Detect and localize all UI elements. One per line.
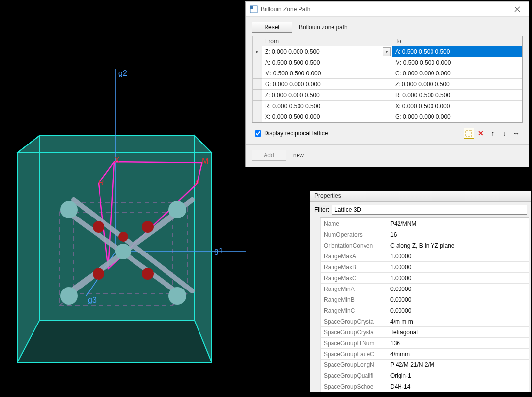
property-value[interactable]: 1.00000 [387, 251, 529, 262]
svg-point-25 [142, 268, 154, 280]
svg-marker-2 [17, 136, 212, 153]
add-button[interactable]: Add [252, 150, 286, 161]
property-row[interactable]: RangeMaxB1.00000 [321, 262, 529, 273]
property-row[interactable]: NumOperators16 [321, 229, 529, 240]
property-key: OrientationConven [321, 240, 387, 251]
dialog-title: Brillouin Zone Path [261, 6, 510, 13]
property-value[interactable]: 4/m m m [387, 316, 529, 327]
svg-rect-31 [466, 130, 472, 136]
property-key: Name [321, 218, 387, 229]
svg-point-20 [168, 287, 186, 305]
to-cell[interactable]: G: 0.000 0.000 0.000 [392, 68, 522, 79]
table-row[interactable]: M: 0.500 0.500 0.000G: 0.000 0.000 0.000 [253, 68, 522, 79]
property-value[interactable]: 1.00000 [387, 262, 529, 273]
table-row[interactable]: Z: 0.000 0.000 0.500R: 0.000 0.500 0.500 [253, 90, 522, 101]
move-up-icon[interactable]: ↑ [487, 128, 498, 139]
table-row[interactable]: ▸Z: 0.000 0.000 0.500▾A: 0.500 0.500 0.5… [253, 46, 522, 57]
property-value[interactable]: D4H-14 [387, 381, 529, 392]
property-row[interactable]: RangeMaxC1.00000 [321, 273, 529, 284]
svg-point-23 [142, 221, 154, 233]
svg-point-17 [60, 201, 78, 218]
property-row[interactable]: SpaceGroupITNum136 [321, 338, 529, 349]
property-value[interactable]: 0.00000 [387, 294, 529, 305]
property-row[interactable]: SpaceGroupSchoeD4H-14 [321, 381, 529, 392]
to-cell[interactable]: R: 0.000 0.500 0.500 [392, 90, 522, 101]
property-value[interactable]: 0.00000 [387, 305, 529, 316]
property-row[interactable]: SpaceGroupLongNP 42/M 21/N 2/M [321, 360, 529, 370]
row-marker [253, 68, 262, 79]
axis-label-g1: g1 [214, 247, 223, 255]
property-value[interactable]: P42/MNM [387, 218, 529, 229]
property-row[interactable]: RangeMinC0.00000 [321, 305, 529, 316]
property-value[interactable]: C along Z, B in YZ plane [387, 240, 529, 251]
to-cell[interactable]: A: 0.500 0.500 0.500 [392, 46, 522, 57]
property-value[interactable]: Origin-1 [387, 370, 529, 381]
property-key: NumOperators [321, 229, 387, 240]
bz-point-a: A [195, 179, 200, 187]
select-icon[interactable] [464, 128, 474, 139]
to-cell[interactable]: M: 0.500 0.500 0.000 [392, 57, 522, 68]
viewport-3d[interactable]: g2 g1 g3 X M R A [0, 0, 246, 397]
property-value[interactable]: 1.00000 [387, 273, 529, 284]
property-value[interactable]: Tetragonal [387, 327, 529, 338]
property-row[interactable]: RangeMinB0.00000 [321, 294, 529, 305]
property-value[interactable]: 4/mmm [387, 349, 529, 360]
svg-rect-28 [250, 6, 253, 9]
filter-input[interactable] [332, 205, 527, 215]
property-row[interactable]: OrientationConvenC along Z, B in YZ plan… [321, 240, 529, 251]
property-key: RangeMinC [321, 305, 387, 316]
dialog-titlebar[interactable]: Brillouin Zone Path [246, 2, 529, 17]
reset-button[interactable]: Reset [252, 22, 292, 33]
display-reciprocal-checkbox[interactable] [255, 130, 261, 137]
svg-point-19 [60, 287, 78, 305]
property-row[interactable]: SpaceGroupCrysta4/m m m [321, 316, 529, 327]
property-value[interactable]: 16 [387, 229, 529, 240]
delete-icon[interactable]: ✕ [475, 128, 486, 139]
from-cell[interactable]: A: 0.500 0.500 0.500 [262, 57, 392, 68]
to-cell[interactable]: Z: 0.000 0.000 0.500 [392, 79, 522, 90]
from-cell[interactable]: M: 0.500 0.500 0.000 [262, 68, 392, 79]
properties-title: Properties [310, 191, 531, 202]
new-label: new [293, 152, 304, 159]
close-icon[interactable] [510, 3, 525, 15]
from-cell[interactable]: G: 0.000 0.000 0.000 [262, 79, 392, 90]
from-cell[interactable]: X: 0.000 0.500 0.000 [262, 111, 392, 122]
expand-icon[interactable]: ↔ [511, 128, 522, 139]
row-header-col [253, 36, 262, 46]
property-key: RangeMinA [321, 284, 387, 294]
row-marker [253, 101, 262, 111]
app-icon [250, 5, 258, 13]
dropdown-icon[interactable]: ▾ [383, 47, 391, 56]
to-cell[interactable]: G: 0.000 0.000 0.000 [392, 111, 522, 122]
col-from-header[interactable]: From [262, 36, 392, 46]
property-row[interactable]: SpaceGroupCrystaTetragonal [321, 327, 529, 338]
property-row[interactable]: RangeMaxA1.00000 [321, 251, 529, 262]
property-value[interactable]: 136 [387, 338, 529, 349]
property-key: RangeMinB [321, 294, 387, 305]
move-down-icon[interactable]: ↓ [499, 128, 510, 139]
property-row[interactable]: RangeMinA0.00000 [321, 284, 529, 294]
property-key: RangeMaxA [321, 251, 387, 262]
property-row[interactable]: SpaceGroupLaueC4/mmm [321, 349, 529, 360]
row-marker [253, 57, 262, 68]
from-cell[interactable]: Z: 0.000 0.000 0.500 [262, 90, 392, 101]
property-value[interactable]: P 42/M 21/N 2/M [387, 360, 529, 370]
to-cell[interactable]: X: 0.000 0.500 0.000 [392, 101, 522, 111]
table-row[interactable]: X: 0.000 0.500 0.000G: 0.000 0.000 0.000 [253, 111, 522, 122]
row-marker: ▸ [253, 46, 262, 57]
properties-panel: Properties Filter: NameP42/MNMNumOperato… [309, 190, 532, 392]
from-cell[interactable]: R: 0.000 0.500 0.500 [262, 101, 392, 111]
properties-grid[interactable]: NameP42/MNMNumOperators16OrientationConv… [320, 217, 529, 392]
col-to-header[interactable]: To [392, 36, 522, 46]
property-row[interactable]: SpaceGroupQualifiOrigin-1 [321, 370, 529, 381]
property-value[interactable]: 0.00000 [387, 284, 529, 294]
table-row[interactable]: R: 0.000 0.500 0.500X: 0.000 0.500 0.000 [253, 101, 522, 111]
table-row[interactable]: G: 0.000 0.000 0.000Z: 0.000 0.000 0.500 [253, 79, 522, 90]
table-row[interactable]: A: 0.500 0.500 0.500M: 0.500 0.500 0.000 [253, 57, 522, 68]
path-table[interactable]: From To ▸Z: 0.000 0.000 0.500▾A: 0.500 0… [252, 36, 523, 123]
from-cell[interactable]: Z: 0.000 0.000 0.500▾ [262, 46, 392, 57]
svg-point-18 [168, 201, 186, 218]
svg-point-24 [93, 268, 104, 280]
property-row[interactable]: NameP42/MNM [321, 218, 529, 229]
property-key: SpaceGroupLaueC [321, 349, 387, 360]
